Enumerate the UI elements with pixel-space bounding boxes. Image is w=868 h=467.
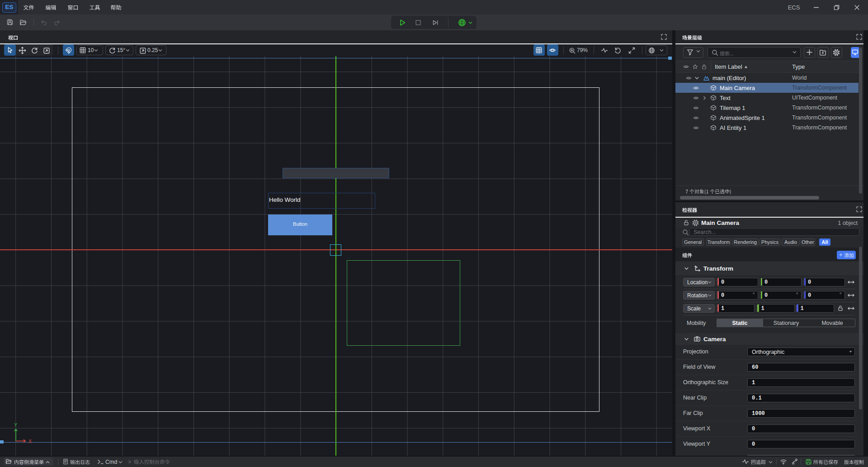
svg-text:X: X	[28, 438, 32, 444]
svg-text:Y: Y	[14, 422, 18, 428]
